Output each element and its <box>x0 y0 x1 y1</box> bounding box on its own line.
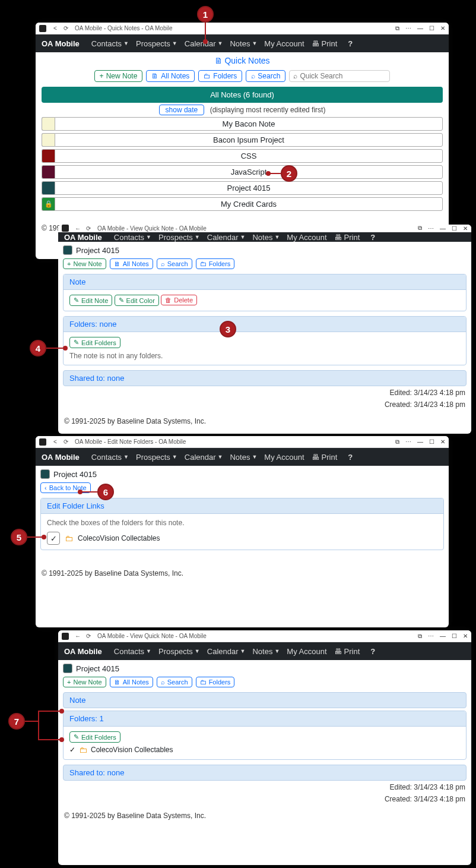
new-note-button[interactable]: +New Note <box>94 70 143 82</box>
all-notes-button[interactable]: 🗎All Notes <box>146 70 195 82</box>
nav-prospects[interactable]: Prospects▼ <box>132 39 181 48</box>
close-icon[interactable]: ✕ <box>463 633 468 639</box>
note-row[interactable]: Project 4015 <box>42 181 443 195</box>
nav-help[interactable]: ? <box>344 39 356 48</box>
nav-my-account[interactable]: My Account <box>283 233 330 242</box>
back-icon[interactable]: < <box>51 438 59 445</box>
nav-help[interactable]: ? <box>367 647 379 656</box>
back-icon[interactable]: ← <box>74 633 82 639</box>
nav-notes[interactable]: Notes▼ <box>226 39 261 48</box>
new-note-button[interactable]: +New Note <box>63 677 106 687</box>
note-row[interactable]: CSS <box>42 149 443 163</box>
search-button[interactable]: ⌕Search <box>157 258 192 269</box>
search-button[interactable]: ⌕Search <box>246 70 285 82</box>
new-note-button[interactable]: +New Note <box>63 258 106 269</box>
note-label[interactable]: JavaScript <box>55 165 443 179</box>
back-icon[interactable]: ← <box>74 225 82 232</box>
note-row[interactable]: 🔒My Credit Cards <box>42 197 443 211</box>
note-row[interactable]: My Bacon Note <box>42 117 443 131</box>
navbar: OA Mobile Contacts▼ Prospects▼ Calendar▼… <box>36 34 449 52</box>
search-icon: ⌕ <box>161 678 165 686</box>
reader-icon[interactable]: ⧉ <box>418 633 422 640</box>
nav-calendar[interactable]: Calendar▼ <box>204 233 249 242</box>
trash-icon: 🗑 <box>165 296 172 304</box>
all-notes-button[interactable]: 🗎All Notes <box>110 677 153 687</box>
brand[interactable]: OA Mobile <box>64 647 102 656</box>
brand[interactable]: OA Mobile <box>42 453 80 462</box>
nav-print[interactable]: 🖶Print <box>331 233 364 242</box>
brand[interactable]: OA Mobile <box>42 39 80 48</box>
nav-contacts[interactable]: Contacts▼ <box>110 647 155 656</box>
note-label[interactable]: Bacon Ipsum Project <box>55 133 443 147</box>
folders-button[interactable]: 🗀Folders <box>196 677 235 687</box>
nav-notes[interactable]: Notes▼ <box>249 233 283 242</box>
nav-prospects[interactable]: Prospects▼ <box>155 233 204 242</box>
nav-contacts[interactable]: Contacts▼ <box>88 39 132 48</box>
nav-my-account[interactable]: My Account <box>261 453 307 462</box>
nav-prospects[interactable]: Prospects▼ <box>132 453 181 462</box>
note-label[interactable]: Project 4015 <box>55 181 443 195</box>
folder-checkbox[interactable]: ✓ <box>47 532 60 545</box>
nav-calendar[interactable]: Calendar▼ <box>181 453 227 462</box>
search-button[interactable]: ⌕Search <box>157 677 192 687</box>
shared-heading[interactable]: Shared to: none <box>63 370 467 386</box>
all-notes-button[interactable]: 🗎All Notes <box>110 258 153 269</box>
quick-search[interactable]: ⌕ <box>289 70 390 82</box>
nav-help[interactable]: ? <box>367 233 379 242</box>
nav-notes[interactable]: Notes▼ <box>226 453 261 462</box>
back-icon[interactable]: < <box>51 25 59 31</box>
nav-my-account[interactable]: My Account <box>283 647 330 656</box>
refresh-icon[interactable]: ⟳ <box>62 25 70 31</box>
nav-print[interactable]: 🖶Print <box>308 39 341 48</box>
nav-contacts[interactable]: Contacts▼ <box>88 453 132 462</box>
note-label[interactable]: My Bacon Note <box>55 117 443 131</box>
shared-heading[interactable]: Shared to: none <box>63 765 467 781</box>
nav-notes[interactable]: Notes▼ <box>249 647 283 656</box>
edit-folders-button[interactable]: ✎Edit Folders <box>69 731 120 743</box>
more-icon[interactable]: ⋯ <box>428 225 434 232</box>
more-icon[interactable]: ⋯ <box>405 25 411 31</box>
reader-icon[interactable]: ⧉ <box>395 25 399 32</box>
close-icon[interactable]: ✕ <box>440 25 445 31</box>
maximize-icon[interactable]: ☐ <box>429 438 434 445</box>
maximize-icon[interactable]: ☐ <box>452 633 457 639</box>
note-row[interactable]: JavaScript <box>42 165 443 179</box>
toolbar: +New Note 🗎All Notes ⌕Search 🗀Folders <box>58 676 471 692</box>
minimize-icon[interactable]: — <box>417 438 423 445</box>
refresh-icon[interactable]: ⟳ <box>62 438 70 445</box>
show-date-button[interactable]: show date <box>159 105 205 115</box>
refresh-icon[interactable]: ⟳ <box>84 225 93 232</box>
note-label[interactable]: CSS <box>55 149 443 163</box>
minimize-icon[interactable]: — <box>417 25 423 31</box>
note-heading[interactable]: Note <box>63 692 467 708</box>
edit-note-button[interactable]: ✎Edit Note <box>69 295 112 306</box>
note-row[interactable]: Bacon Ipsum Project <box>42 133 443 147</box>
brand[interactable]: OA Mobile <box>64 233 102 242</box>
maximize-icon[interactable]: ☐ <box>429 25 434 31</box>
nav-contacts[interactable]: Contacts▼ <box>110 233 155 242</box>
chevron-left-icon: ‹ <box>45 484 47 491</box>
more-icon[interactable]: ⋯ <box>405 438 411 445</box>
nav-my-account[interactable]: My Account <box>261 39 307 48</box>
reader-icon[interactable]: ⧉ <box>395 438 399 446</box>
refresh-icon[interactable]: ⟳ <box>84 633 93 639</box>
nav-print[interactable]: 🖶Print <box>331 647 364 656</box>
nav-calendar[interactable]: Calendar▼ <box>204 647 249 656</box>
more-icon[interactable]: ⋯ <box>428 633 434 639</box>
edit-color-button[interactable]: ✎Edit Color <box>115 295 159 306</box>
nav-prospects[interactable]: Prospects▼ <box>155 647 204 656</box>
minimize-icon[interactable]: — <box>440 633 446 639</box>
reader-icon[interactable]: ⧉ <box>418 225 422 232</box>
folders-button[interactable]: 🗀Folders <box>198 70 242 82</box>
nav-print[interactable]: 🖶Print <box>308 453 341 462</box>
delete-button[interactable]: 🗑Delete <box>161 295 197 305</box>
close-icon[interactable]: ✕ <box>463 225 468 232</box>
folders-button[interactable]: 🗀Folders <box>196 258 235 269</box>
quick-search-input[interactable] <box>300 72 389 80</box>
note-label[interactable]: My Credit Cards <box>55 197 443 211</box>
minimize-icon[interactable]: — <box>440 225 446 232</box>
maximize-icon[interactable]: ☐ <box>452 225 457 232</box>
nav-help[interactable]: ? <box>344 453 356 462</box>
close-icon[interactable]: ✕ <box>440 438 445 445</box>
edit-folders-button[interactable]: ✎Edit Folders <box>69 337 120 348</box>
